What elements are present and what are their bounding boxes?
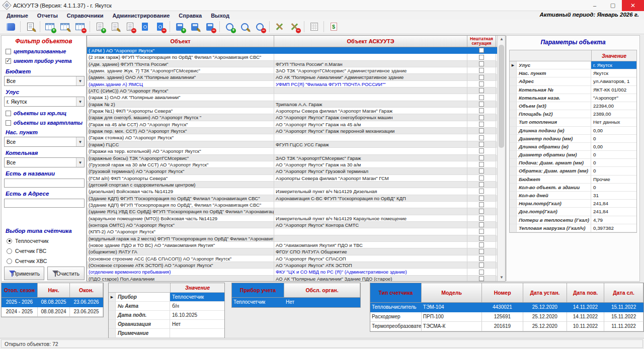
- radio-hvs-meter[interactable]: Счетчик ХВС: [7, 258, 47, 264]
- checkbox-has-meter[interactable]: имеют прибор учета: [6, 58, 72, 64]
- object-cell[interactable]: (отделение временного пребывания): [87, 269, 274, 275]
- checkbox-icon[interactable]: [6, 58, 11, 64]
- cell[interactable]: Расходомер: [370, 312, 422, 322]
- param-row[interactable]: Котельная назв."Аэропорт": [510, 94, 636, 102]
- param-row[interactable]: Котельная №ЯКТ-КК 01/002: [510, 86, 636, 94]
- table-row[interactable]: (Гаражи на терр. котельной) АО "Аэропорт…: [87, 148, 497, 154]
- emergency-checkbox[interactable]: [479, 263, 484, 268]
- object-cell[interactable]: (гараж для снегоуб. машин) АО "Аэропорт …: [87, 114, 274, 121]
- emergency-checkbox[interactable]: [479, 81, 484, 86]
- emergency-checkbox[interactable]: [479, 48, 484, 53]
- emergency-cell[interactable]: [467, 101, 496, 108]
- emergency-cell[interactable]: [467, 248, 496, 255]
- column-header[interactable]: Прибор учета: [232, 283, 284, 297]
- emergency-checkbox[interactable]: [479, 276, 484, 281]
- cell[interactable]: 15.11.2022: [604, 303, 643, 312]
- cell[interactable]: 2024 - 2025: [2, 307, 38, 317]
- param-row[interactable]: Норм.потр(Гкал)241,84: [510, 200, 636, 208]
- page-add-icon[interactable]: +: [92, 20, 107, 33]
- table-row[interactable]: (2 этаж гараж) ФГУП "Госкорпорация по Ор…: [87, 54, 497, 60]
- askuute-cell[interactable]: Аэропорты Севера филиал "Аэропорт Маган"…: [274, 175, 467, 182]
- emergency-checkbox[interactable]: [479, 115, 484, 120]
- table-row[interactable]: (админ. здание) ОАО АК "Полярные авиалин…: [87, 74, 497, 80]
- object-cell[interactable]: (гаражные боксы) ТЗК "АэропортГСМсервис": [87, 155, 274, 161]
- menu-item[interactable]: Выход: [206, 13, 234, 19]
- param-row[interactable]: Дог.потр(Гкал)241,84: [510, 208, 636, 216]
- column-header-askuute[interactable]: Объект АСКУУТЭ: [274, 36, 467, 47]
- chevron-down-icon[interactable]: ▼: [76, 97, 84, 106]
- askuute-cell[interactable]: [274, 47, 467, 54]
- askuute-cell[interactable]: Аэропорты Севера филиал "Аэропорт Маган"…: [274, 108, 467, 114]
- emergency-cell[interactable]: [467, 74, 496, 80]
- apply-button[interactable]: Применить: [4, 267, 44, 280]
- param-value[interactable]: 4,79: [591, 216, 636, 224]
- askuute-cell[interactable]: ФКУ "ЦХ и СО МВД по РС (Я)" (Администрат…: [274, 269, 467, 275]
- settlement-select[interactable]: Все ▼: [4, 137, 85, 147]
- device-value[interactable]: 16.10.2025: [170, 311, 224, 320]
- emergency-checkbox[interactable]: [479, 236, 484, 241]
- emergency-checkbox[interactable]: [479, 202, 484, 207]
- gauge-remove-icon[interactable]: −: [252, 20, 267, 33]
- object-cell[interactable]: (гараж пер. мех. ССТ) АО "Аэропорт Якутс…: [87, 128, 274, 134]
- object-cell[interactable]: (ПДО старое) Пол.Авиалинии: [87, 276, 274, 281]
- tools-icon[interactable]: [272, 20, 287, 33]
- meter-edit-icon[interactable]: ✎: [187, 20, 202, 33]
- emergency-cell[interactable]: [467, 175, 496, 182]
- object-cell[interactable]: (здание ЯУЦ УВД ЕС ОрВД) ФГУП "Госкорпор…: [87, 208, 274, 215]
- table-row[interactable]: (Гараж на 45 а/м ССТ) АО "Аэропорт Якутс…: [87, 121, 497, 128]
- table-row[interactable]: (новое здание ПДО и ТО ВС) АО "Авиакомпа…: [87, 242, 497, 248]
- column-header[interactable]: Окон.: [70, 283, 103, 297]
- askuute-cell[interactable]: [274, 148, 467, 154]
- param-value[interactable]: Нет данных: [591, 118, 636, 126]
- minimize-button[interactable]: –: [586, 0, 604, 11]
- column-header-object[interactable]: Объект: [87, 36, 274, 47]
- checkbox-icon[interactable]: [6, 49, 11, 54]
- table-row[interactable]: ТермопреобразовательТЭСМА-К20161925.12.2…: [370, 322, 643, 331]
- param-row[interactable]: ▶Улусг. Якутск: [510, 61, 636, 69]
- emergency-checkbox[interactable]: [479, 155, 484, 160]
- cell[interactable]: 08.08.2025: [38, 298, 70, 307]
- emergency-cell[interactable]: [467, 276, 496, 281]
- checkbox-from-legal[interactable]: объекты из юр.лиц: [6, 110, 66, 116]
- param-value[interactable]: ул.Авиаторов, 1: [591, 77, 636, 85]
- menu-item[interactable]: Отчеты: [33, 13, 62, 19]
- emergency-cell[interactable]: [467, 269, 496, 275]
- askuute-cell[interactable]: Измерительный пункт в/ч №14129 Дизельная: [274, 188, 467, 195]
- chevron-down-icon[interactable]: ▼: [76, 137, 84, 146]
- money-icon[interactable]: [326, 20, 341, 33]
- table-row[interactable]: (дизельная) Войсковая часть №14129Измери…: [87, 188, 497, 195]
- emergency-checkbox[interactable]: [479, 182, 484, 187]
- emergency-checkbox[interactable]: [479, 270, 484, 275]
- cell[interactable]: 25.12.2020: [523, 303, 567, 312]
- param-value[interactable]: 0: [591, 159, 636, 167]
- column-header[interactable]: Дата устан.: [523, 283, 567, 302]
- param-value[interactable]: 241,84: [591, 200, 636, 208]
- emergency-cell[interactable]: [467, 54, 496, 60]
- document-remove-icon[interactable]: −: [152, 20, 168, 33]
- tools-remove-icon[interactable]: −: [287, 20, 302, 33]
- table-row[interactable]: (админ.здание А) ЯМСЦУФМП РС(Я) "Филиала…: [87, 81, 497, 88]
- object-cell[interactable]: (Гараж стоянка) АО "Аэропорт Якутск": [87, 134, 274, 141]
- table-row[interactable]: (гаражные боксы) ТЗК "АэропортГСМсервис"…: [87, 155, 497, 161]
- document-view-icon[interactable]: [137, 20, 152, 33]
- askuute-cell[interactable]: [274, 202, 467, 208]
- emergency-checkbox[interactable]: [479, 162, 484, 167]
- emergency-cell[interactable]: [467, 168, 496, 175]
- emergency-checkbox[interactable]: [479, 196, 484, 201]
- emergency-checkbox[interactable]: [479, 168, 484, 173]
- param-value[interactable]: 0: [591, 184, 636, 192]
- askuute-cell[interactable]: [274, 228, 467, 235]
- table-row[interactable]: (гараж пер. мех. ССТ) АО "Аэропорт Якутс…: [87, 128, 497, 134]
- askuute-cell[interactable]: [274, 208, 467, 215]
- emergency-checkbox[interactable]: [479, 88, 484, 93]
- askuute-cell[interactable]: [274, 88, 467, 94]
- emergency-cell[interactable]: [467, 67, 496, 74]
- object-cell[interactable]: (админ. здание Жук. 7) ТЗК "АэропортГСМс…: [87, 67, 274, 74]
- param-row[interactable]: Диаметр обратки (мм)0: [510, 151, 636, 159]
- object-cell[interactable]: (детский спортзал с оздоровительным цент…: [87, 182, 274, 188]
- param-value[interactable]: 31: [591, 192, 636, 200]
- cell[interactable]: 25.12.2020: [523, 322, 567, 331]
- object-cell[interactable]: (Гараж №1) ФКП "Аэропорты Севера": [87, 108, 274, 114]
- table-row[interactable]: ТепловычислительТЭМ-104443002125.12.2020…: [370, 303, 643, 312]
- table-row[interactable]: (ПДО старое) Пол.АвиалинииАО АК "Полярны…: [87, 276, 497, 281]
